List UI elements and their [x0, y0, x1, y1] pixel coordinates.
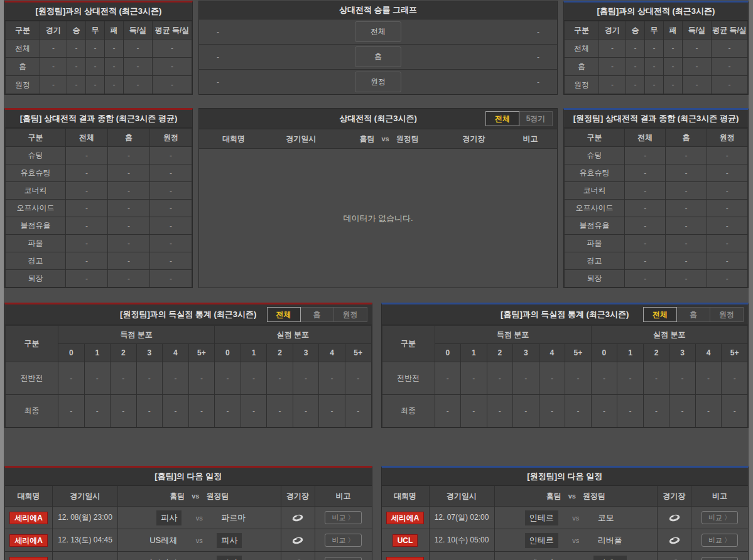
stadium-cell [658, 552, 691, 560]
note-cell: 비교 〉 [315, 552, 372, 560]
panel-title-text: [홈팀]과의 득실점 통계 (최근3시즌) [501, 310, 629, 319]
schedule-row: 세리에A 12. 21(일) 20:30 칼리아리 vs 피사 비교 〉 [5, 552, 372, 560]
value-cell: - [712, 40, 748, 58]
tab-all[interactable]: 전체 [485, 111, 519, 126]
panel-away-summary: [원정팀] 상대전적 결과 종합 (최근3시즌 평균) 구분전체홈원정 슈팅--… [563, 108, 749, 288]
value-cell: - [66, 235, 108, 252]
column-note: 비고 [315, 486, 372, 506]
value-cell: - [66, 252, 108, 270]
compare-button[interactable]: 비교 〉 [702, 511, 738, 524]
compare-button[interactable]: 비교 〉 [325, 511, 361, 524]
stadium-cell [658, 507, 691, 529]
header-cell: 승 [67, 21, 86, 40]
value-cell: - [666, 235, 707, 252]
schedule-row: 세리에A 12. 13(토) 04:45 US레체 vs 피사 비교 〉 [5, 529, 372, 552]
note-cell: 비교 〉 [315, 529, 372, 551]
header-cell: 2 [643, 344, 669, 362]
schedule-row: 세리에A 12. 15(월) 02:00 제노아 vs 인테르 비교 〉 [382, 552, 749, 560]
table-row: 최종------------ [6, 395, 372, 428]
table-row: 전체------ [565, 40, 748, 58]
column-league: 대회명 [382, 486, 430, 506]
column-stadium: 경기장 [658, 486, 691, 506]
value-cell: - [136, 395, 163, 428]
panel-away-h2h: [원정팀]과의 상대전적 (최근3시즌) 구분경기승무패득/실평균 득/실 전체… [4, 1, 193, 95]
value-cell: - [150, 252, 192, 270]
datetime-cell: 12. 07(일) 02:00 [430, 507, 495, 529]
stadium-icon[interactable] [291, 513, 305, 523]
league-badge: UCL [393, 534, 418, 547]
table-row: 코너킥--- [565, 182, 748, 200]
value-cell: - [666, 252, 707, 270]
tab-all[interactable]: 전체 [643, 307, 677, 322]
table-header-row: 구분경기승무패득/실평균 득/실 [6, 21, 192, 40]
tab-all[interactable]: 전체 [267, 307, 301, 322]
home-goal-stats-table: 구분 득점 분포 실점 분포 012345+012345+ 전반전-------… [382, 325, 749, 428]
panel-title: [원정팀]과의 득실점 통계 (최근3시즌) 전체 홈 원정 [5, 304, 372, 325]
panel-home-summary: [홈팀] 상대전적 결과 종합 (최근3시즌 평균) 구분전체홈원정 슈팅---… [4, 108, 193, 288]
league-badge: 세리에A [9, 534, 48, 547]
column-vs: vs [192, 492, 199, 500]
vs-label: vs [185, 537, 213, 544]
tab-last5[interactable]: 5경기 [519, 111, 553, 126]
row-label: 파울 [565, 235, 625, 252]
value-cell: - [461, 395, 487, 428]
value-cell: - [669, 362, 696, 395]
value-cell: - [643, 395, 669, 428]
value-cell: - [124, 40, 153, 58]
column-stadium: 경기장 [444, 134, 504, 144]
header-cell: 4 [319, 344, 345, 362]
header-cell: 4 [539, 344, 565, 362]
column-away: 원정팀 [583, 491, 605, 502]
value-cell: - [150, 235, 192, 252]
value-cell: - [626, 40, 645, 58]
header-cell: 4 [163, 344, 189, 362]
stadium-icon[interactable] [668, 513, 681, 523]
value-cell: - [111, 362, 137, 395]
panel-winrate-graph: 상대전적 승률 그래프 - 전체 - - 홈 - - 원정 - [198, 1, 558, 95]
tab-home[interactable]: 홈 [676, 307, 710, 322]
compare-button[interactable]: 비교 〉 [702, 557, 738, 560]
value-cell: - [683, 40, 712, 58]
datetime-cell: 12. 15(월) 02:00 [430, 552, 495, 560]
value-cell: - [625, 164, 666, 182]
stadium-icon[interactable] [291, 536, 305, 546]
row-label: 전반전 [6, 362, 58, 395]
away-team: 코모 [590, 510, 657, 525]
graph-right-value: - [401, 19, 557, 44]
value-cell: - [707, 164, 747, 182]
stadium-cell [281, 507, 315, 529]
stadium-icon[interactable] [668, 536, 681, 546]
value-cell: - [565, 395, 592, 428]
league-cell: 세리에A [382, 552, 430, 560]
value-cell: - [487, 395, 513, 428]
tab-away[interactable]: 원정 [710, 307, 744, 322]
table-row: 원정------ [6, 76, 192, 94]
row-head-to-head: [원정팀]과의 상대전적 (최근3시즌) 구분경기승무패득/실평균 득/실 전체… [4, 1, 749, 95]
value-cell: - [188, 362, 215, 395]
header-cell: 4 [695, 344, 722, 362]
schedule-header: 대회명 경기일시 홈팀vs원정팀 경기장 비고 [382, 486, 749, 507]
table-row: 홈------ [565, 58, 748, 76]
header-cell: 패 [664, 21, 683, 40]
graph-left-value: - [199, 45, 355, 69]
datetime-cell: 12. 10(수) 05:00 [430, 529, 495, 551]
compare-button[interactable]: 비교 〉 [702, 534, 738, 547]
page-right-gutter [749, 0, 753, 560]
league-cell: 세리에A [5, 552, 53, 560]
column-teams: 홈팀vs원정팀 [334, 134, 444, 144]
compare-button[interactable]: 비교 〉 [325, 557, 361, 560]
table-row: 유효슈팅--- [6, 164, 192, 182]
value-cell: - [66, 164, 108, 182]
away-team: 파르마 [213, 510, 280, 525]
table-row: 볼점유율--- [565, 217, 748, 235]
tab-home[interactable]: 홈 [300, 307, 334, 322]
row-label: 볼점유율 [6, 217, 66, 235]
compare-button[interactable]: 비교 〉 [325, 534, 361, 547]
table-row: 오프사이드--- [565, 200, 748, 217]
column-away: 원정팀 [396, 134, 419, 143]
value-cell: - [599, 40, 626, 58]
graph-row: - 원정 - [199, 70, 557, 94]
value-cell: - [683, 76, 712, 94]
column-vs: vs [568, 492, 576, 500]
tab-away[interactable]: 원정 [333, 307, 367, 322]
